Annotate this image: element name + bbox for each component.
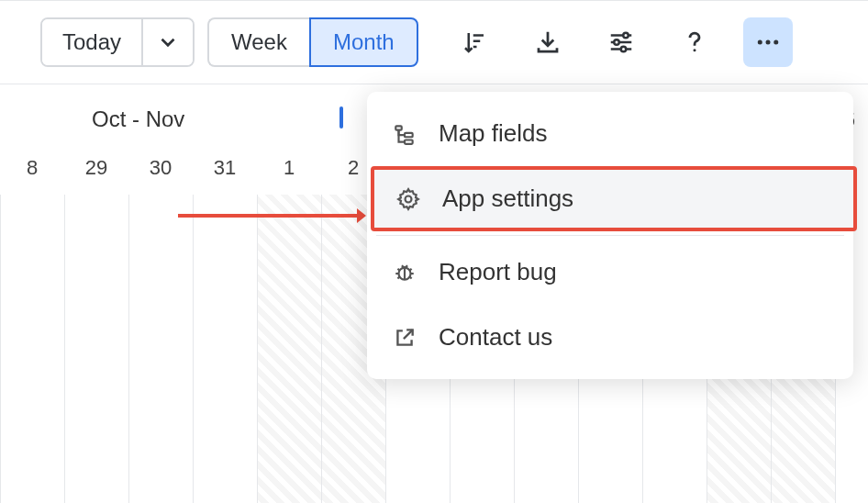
today-button-group: Today	[40, 17, 195, 67]
day-column[interactable]	[257, 195, 321, 503]
chevron-down-icon	[156, 30, 180, 54]
menu-item-label: App settings	[442, 184, 573, 213]
svg-point-10	[757, 40, 762, 45]
gear-icon	[396, 187, 420, 211]
day-column[interactable]	[193, 195, 257, 503]
toolbar: Today Week Month	[0, 0, 868, 84]
menu-item-app-settings[interactable]: App settings	[371, 166, 857, 231]
day-header: 30	[128, 156, 193, 180]
icon-actions-row	[450, 17, 793, 67]
today-marker	[339, 106, 343, 129]
sort-icon	[461, 28, 488, 56]
day-header: 29	[64, 156, 128, 180]
svg-point-12	[773, 40, 778, 45]
svg-rect-17	[405, 140, 413, 143]
svg-point-8	[620, 47, 626, 52]
svg-point-9	[693, 49, 696, 51]
menu-item-contact-us[interactable]: Contact us	[367, 305, 853, 370]
menu-item-label: Map fields	[439, 119, 548, 148]
more-dropdown-menu: Map fields App settings Report bug	[367, 92, 853, 379]
days-header-row: 8 29 30 31 1 2	[0, 156, 385, 180]
bug-icon	[393, 261, 417, 285]
svg-point-18	[406, 196, 412, 202]
menu-item-label: Report bug	[439, 258, 557, 286]
sort-button[interactable]	[450, 17, 499, 67]
map-fields-icon	[393, 122, 417, 146]
menu-divider	[376, 235, 844, 236]
day-column[interactable]	[128, 195, 193, 503]
today-dropdown-toggle[interactable]	[141, 19, 193, 65]
day-column[interactable]	[64, 195, 128, 503]
menu-item-report-bug[interactable]: Report bug	[367, 240, 853, 305]
download-button[interactable]	[523, 17, 573, 67]
settings-toggles-button[interactable]	[596, 17, 646, 67]
help-button[interactable]	[670, 17, 719, 67]
svg-point-6	[614, 39, 619, 45]
menu-item-map-fields[interactable]: Map fields	[367, 101, 853, 166]
svg-rect-16	[405, 132, 413, 136]
day-header: 31	[193, 156, 257, 180]
more-button[interactable]	[743, 17, 793, 67]
question-icon	[681, 28, 708, 56]
download-icon	[534, 28, 562, 56]
today-button[interactable]: Today	[42, 19, 141, 65]
week-view-button[interactable]: Week	[207, 17, 309, 67]
sliders-icon	[607, 28, 635, 56]
calendar-area: Oct - Nov 6 8 29 30 31 1 2	[0, 84, 868, 488]
external-link-icon	[393, 326, 417, 350]
month-range-label: Oct - Nov	[92, 106, 184, 132]
svg-point-11	[765, 40, 770, 45]
day-column[interactable]	[0, 195, 64, 503]
view-toggle-group: Week Month	[207, 17, 418, 67]
menu-item-label: Contact us	[439, 323, 552, 352]
more-horizontal-icon	[754, 28, 782, 56]
svg-point-4	[623, 33, 629, 39]
month-view-button[interactable]: Month	[309, 17, 418, 67]
svg-rect-15	[395, 126, 402, 129]
day-header: 1	[257, 156, 321, 180]
day-header: 8	[0, 156, 64, 180]
